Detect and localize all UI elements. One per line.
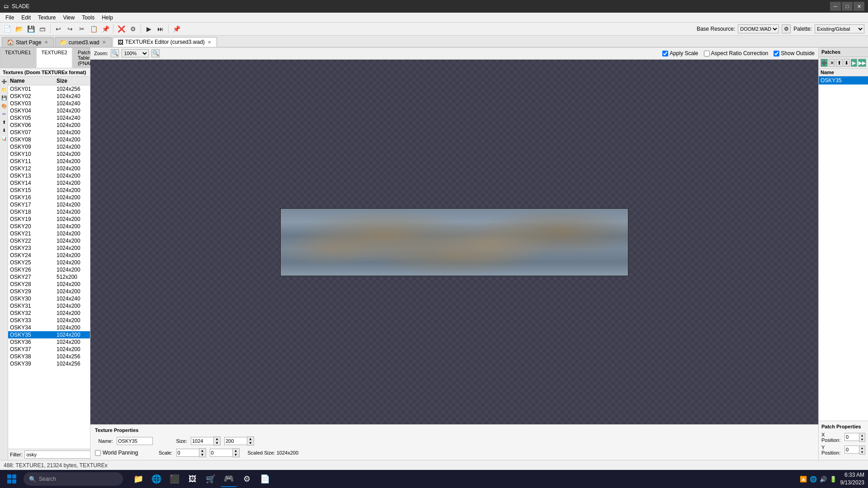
start-button[interactable] [4,471,20,487]
texture-row-osky11[interactable]: OSKY11 1024x200 [8,158,90,165]
texture-row-osky07[interactable]: OSKY07 1024x200 [8,129,90,136]
base-resource-select[interactable]: DOOM2.WAD [738,24,779,33]
texture-row-osky20[interactable]: OSKY20 1024x200 [8,223,90,230]
texture-row-osky15[interactable]: OSKY15 1024x200 [8,187,90,194]
taskbar-app-store[interactable]: 🛒 [203,471,219,487]
height-up-btn[interactable]: ▲ [247,437,254,441]
toolbar-redo[interactable]: ↪ [65,23,75,34]
world-panning-checkbox[interactable] [95,450,101,456]
sub-tab-texture2[interactable]: TEXTURE2 [36,47,72,68]
texture-row-osky26[interactable]: OSKY26 1024x200 [8,266,90,273]
texture-row-osky22[interactable]: OSKY22 1024x200 [8,237,90,244]
texture-row-osky25[interactable]: OSKY25 1024x200 [8,259,90,266]
toolbar-undo[interactable]: ↩ [53,23,64,34]
patch-up-btn[interactable]: ⬆ [836,59,842,67]
texture-row-osky34[interactable]: OSKY34 1024x200 [8,324,90,331]
taskbar-app-photos[interactable]: 🖼 [184,471,201,487]
texture-row-osky05[interactable]: OSKY05 1024x240 [8,114,90,122]
texture-row-osky32[interactable]: OSKY32 1024x200 [8,310,90,317]
name-input[interactable] [117,437,153,445]
zoom-out-btn[interactable]: 🔍 [111,49,119,57]
taskbar-app-explorer[interactable]: 📁 [130,471,146,487]
toolbar-open[interactable]: 📂 [14,23,24,34]
taskbar-search[interactable]: 🔍 Search [24,472,123,486]
menu-texture[interactable]: Texture [34,14,59,22]
toolbar-delete[interactable]: ❌ [116,23,127,34]
x-position-input[interactable] [844,433,859,441]
height-input[interactable] [224,437,247,445]
patch-remove-btn[interactable]: ✕ [829,59,835,67]
side-icon-chart[interactable]: 📊 [0,135,8,142]
texture-row-osky38[interactable]: OSKY38 1024x256 [8,353,90,360]
taskbar-app-terminal[interactable]: ⬛ [166,471,183,487]
y-down-btn[interactable]: ▼ [859,450,865,454]
menu-help[interactable]: Help [98,14,117,22]
texture-row-osky16[interactable]: OSKY16 1024x200 [8,194,90,201]
height-down-btn[interactable]: ▼ [247,441,254,445]
toolbar-play[interactable]: ▶ [143,23,154,34]
texture-row-osky12[interactable]: OSKY12 1024x200 [8,165,90,172]
toolbar-save-all[interactable]: 🗃 [37,23,48,34]
base-resource-settings-btn[interactable]: ⚙ [782,24,791,33]
patch-add-btn[interactable]: ➕ [821,59,828,67]
texture-row-osky09[interactable]: OSKY09 1024x200 [8,143,90,150]
world-panning-label[interactable]: World Panning [95,450,138,456]
aspect-ratio-checkbox[interactable] [704,51,710,56]
aspect-ratio-check-label[interactable]: Aspect Ratio Correction [704,50,769,56]
tab-cursed[interactable]: 📁 cursed3.wad ✕ [55,37,112,47]
texture-row-osky08[interactable]: OSKY08 1024x200 [8,136,90,143]
zoom-in-btn[interactable]: 🔍 [151,49,160,57]
width-up-btn[interactable]: ▲ [214,437,220,441]
width-down-btn[interactable]: ▼ [214,441,220,445]
toolbar-paste[interactable]: 📌 [100,23,111,34]
texture-row-osky33[interactable]: OSKY33 1024x200 [8,317,90,324]
texture-row-osky17[interactable]: OSKY17 1024x200 [8,201,90,208]
toolbar-copy[interactable]: 📋 [88,23,99,34]
texture-row-osky27[interactable]: OSKY27 512x200 [8,273,90,281]
texture-row-osky36[interactable]: OSKY36 1024x200 [8,338,90,346]
toolbar-bookmark[interactable]: 📌 [171,23,182,34]
tab-cursed-close[interactable]: ✕ [101,40,107,45]
palette-select[interactable]: Existing/Global [815,24,864,33]
texture-row-osky02[interactable]: OSKY02 1024x240 [8,93,90,100]
sys-battery-icon[interactable]: 🔋 [830,476,837,483]
scale-y-up-btn[interactable]: ▲ [233,449,239,453]
patch-down-btn[interactable]: ⬇ [844,59,850,67]
toolbar-new[interactable]: 📄 [2,23,13,34]
texture-row-osky01[interactable]: OSKY01 1024x256 [8,85,90,93]
texture-row-osky23[interactable]: OSKY23 1024x200 [8,244,90,252]
toolbar-cut[interactable]: ✂ [76,23,87,34]
scale-y-down-btn[interactable]: ▼ [233,453,239,457]
tab-texturex-close[interactable]: ✕ [207,40,212,45]
x-up-btn[interactable]: ▲ [859,433,865,437]
texture-row-osky35[interactable]: OSKY35 1024x200 [8,331,90,338]
scale-y-input[interactable] [210,449,232,457]
tab-start[interactable]: 🏠 Start Page ✕ [2,37,54,47]
sys-arrow-icon[interactable]: 🔼 [800,476,807,483]
menu-view[interactable]: View [59,14,78,22]
texture-list[interactable]: OSKY01 1024x256 OSKY02 1024x240 OSKY03 1… [8,85,90,449]
toolbar-settings[interactable]: ⚙ [127,23,138,34]
taskbar-app-browser[interactable]: 🌐 [148,471,165,487]
sys-network-icon[interactable]: 🌐 [810,476,817,483]
x-down-btn[interactable]: ▼ [859,437,865,441]
texture-row-osky03[interactable]: OSKY03 1024x240 [8,100,90,107]
show-outside-checkbox[interactable] [774,51,779,56]
texture-row-osky10[interactable]: OSKY10 1024x200 [8,150,90,158]
scale-x-input[interactable] [176,449,199,457]
side-icon-folder[interactable]: 📁 [0,86,8,93]
texture-row-osky24[interactable]: OSKY24 1024x200 [8,252,90,259]
side-icon-save[interactable]: 💾 [0,94,8,101]
scale-x-up-btn[interactable]: ▲ [199,449,206,453]
minimize-button[interactable]: ─ [830,2,841,11]
side-icon-up[interactable]: ⬆ [0,118,8,126]
patch-right2-btn[interactable]: ▶▶ [858,59,866,67]
y-position-input[interactable] [844,446,859,454]
y-up-btn[interactable]: ▲ [859,446,865,450]
scale-x-down-btn[interactable]: ▼ [199,453,206,457]
restore-button[interactable]: □ [842,2,853,11]
texture-row-osky31[interactable]: OSKY31 1024x200 [8,302,90,310]
zoom-select[interactable]: 100% 50% 150% 200% [122,49,149,57]
texture-row-osky19[interactable]: OSKY19 1024x200 [8,216,90,223]
texture-row-osky06[interactable]: OSKY06 1024x200 [8,122,90,129]
